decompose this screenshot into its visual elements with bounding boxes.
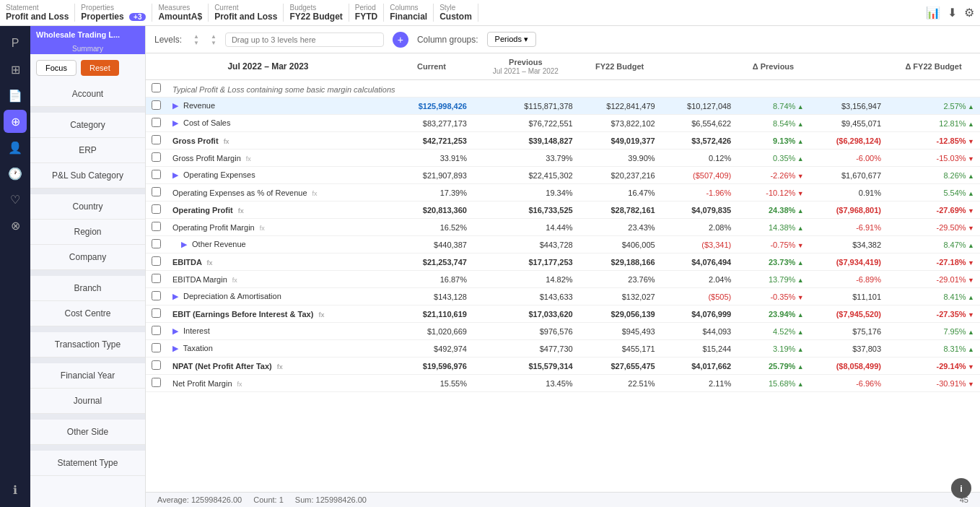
row-delta-prev-val: $4,076,999 bbox=[661, 306, 738, 323]
measures-dropdown[interactable]: Measures AmountA$ bbox=[158, 4, 202, 22]
row-fy22: $945,493 bbox=[579, 323, 661, 340]
row-checkbox[interactable] bbox=[152, 187, 161, 196]
row-label: ▶ Other Revenue bbox=[167, 236, 390, 254]
row-delta-prev-pct: -0.35% bbox=[737, 288, 810, 306]
row-delta-fy22-pct: 7.95% bbox=[887, 323, 980, 340]
expand-icon[interactable]: ▶ bbox=[172, 344, 178, 352]
row-label: NPAT (Net Profit After Tax) fx bbox=[167, 358, 390, 375]
reset-button[interactable]: Reset bbox=[81, 60, 119, 76]
info-button[interactable]: i bbox=[951, 478, 971, 498]
style-dropdown[interactable]: Style Custom bbox=[439, 4, 472, 22]
row-checkbox[interactable] bbox=[152, 291, 161, 300]
sidebar-item-cost-centre[interactable]: Cost Centre bbox=[30, 301, 145, 326]
period-section[interactable]: Period FYTD bbox=[355, 4, 384, 22]
sidebar-item-branch[interactable]: Branch bbox=[30, 276, 145, 301]
row-checkbox[interactable] bbox=[152, 360, 161, 370]
sidebar-item-company[interactable]: Company bbox=[30, 245, 145, 270]
sidebar-item-journal[interactable]: Journal bbox=[30, 389, 145, 414]
expand-icon[interactable]: ▶ bbox=[172, 292, 178, 300]
row-delta-fy22-pct: 5.54% bbox=[887, 184, 980, 202]
sidebar-item-region[interactable]: Region bbox=[30, 220, 145, 245]
row-checkbox[interactable] bbox=[152, 308, 161, 318]
budgets-section[interactable]: Budgets FY22 Budget bbox=[289, 4, 349, 22]
expand-icon[interactable]: ▶ bbox=[172, 118, 178, 127]
row-checkbox[interactable] bbox=[152, 118, 161, 127]
sort-asc-icon[interactable]: ▲▼ bbox=[193, 33, 199, 46]
sidebar-item-statement-type[interactable]: Statement Type bbox=[30, 451, 145, 476]
divider-4 bbox=[30, 326, 145, 332]
row-current: 16.52% bbox=[390, 219, 473, 236]
columns-dropdown[interactable]: Columns Financial bbox=[390, 4, 427, 22]
sort-desc-icon[interactable]: ▲▼ bbox=[211, 33, 216, 46]
expand-icon[interactable]: ▶ bbox=[172, 101, 178, 110]
row-checkbox[interactable] bbox=[152, 274, 161, 283]
sidebar-item-pnl-sub[interactable]: P&L Sub Category bbox=[30, 163, 145, 188]
table-container: Jul 2022 – Mar 2023 Current PreviousJul … bbox=[146, 53, 980, 492]
row-checkbox[interactable] bbox=[152, 378, 161, 387]
row-delta-prev-pct: 9.13% bbox=[737, 132, 810, 150]
row-checkbox[interactable] bbox=[152, 204, 161, 214]
period-label: Period bbox=[355, 4, 377, 12]
nav-dashboard[interactable]: ⊞ bbox=[4, 58, 27, 81]
levels-input[interactable] bbox=[225, 32, 384, 47]
sidebar-item-category[interactable]: Category bbox=[30, 113, 145, 138]
statement-dropdown[interactable]: Statement Profit and Loss bbox=[6, 4, 69, 22]
expand-icon[interactable]: ▶ bbox=[181, 240, 187, 248]
row-fy22: 39.90% bbox=[579, 150, 661, 167]
sidebar-item-transaction-type[interactable]: Transaction Type bbox=[30, 332, 145, 358]
current-section[interactable]: Current Profit and Loss bbox=[214, 4, 284, 22]
nav-persons[interactable]: 👤 bbox=[4, 136, 27, 159]
period-dropdown[interactable]: Period FYTD bbox=[355, 4, 377, 22]
row-checkbox[interactable] bbox=[152, 343, 161, 352]
expand-icon[interactable]: ▶ bbox=[172, 170, 178, 179]
measures-section[interactable]: Measures AmountA$ bbox=[158, 4, 209, 22]
sidebar-item-country[interactable]: Country bbox=[30, 194, 145, 220]
current-dropdown[interactable]: Current Profit and Loss bbox=[214, 4, 277, 22]
row-checkbox[interactable] bbox=[152, 170, 161, 179]
row-label: EBIT (Earnings Before Interest & Tax) fx bbox=[167, 306, 390, 323]
row-checkbox[interactable] bbox=[152, 135, 161, 144]
nav-integrations[interactable]: ⊗ bbox=[4, 214, 27, 237]
statement-section[interactable]: Statement Profit and Loss bbox=[6, 4, 75, 22]
nav-analytics[interactable]: ⊕ bbox=[4, 110, 27, 133]
col-groups-label: Column groups: bbox=[417, 35, 478, 45]
row-fy22: $27,655,475 bbox=[579, 358, 661, 375]
row-checkbox[interactable] bbox=[152, 152, 161, 162]
download-icon[interactable]: ⬇ bbox=[948, 6, 957, 20]
nav-home[interactable]: P bbox=[4, 32, 27, 55]
nav-history[interactable]: 🕐 bbox=[4, 162, 27, 185]
statement-value: Profit and Loss bbox=[6, 12, 69, 22]
chart-icon[interactable]: 📊 bbox=[926, 6, 940, 20]
section-checkbox[interactable] bbox=[152, 83, 161, 92]
nav-info[interactable]: ℹ bbox=[4, 478, 27, 501]
row-delta-prev-val: 2.08% bbox=[661, 219, 738, 236]
budgets-dropdown[interactable]: Budgets FY22 Budget bbox=[289, 4, 342, 22]
row-checkbox[interactable] bbox=[152, 100, 161, 110]
sidebar-item-erp[interactable]: ERP bbox=[30, 138, 145, 163]
workspace-name[interactable]: Wholesale Trading L... bbox=[30, 26, 145, 43]
row-checkbox[interactable] bbox=[152, 239, 161, 248]
row-checkbox[interactable] bbox=[152, 326, 161, 335]
row-checkbox[interactable] bbox=[152, 222, 161, 231]
sidebar-item-account[interactable]: Account bbox=[30, 82, 145, 107]
table-row: ▶ Depreciation & Amortisation $143,128 $… bbox=[146, 288, 980, 306]
sidebar-item-financial-year[interactable]: Financial Year bbox=[30, 363, 145, 389]
table-row: Net Profit Margin fx 15.55% 13.45% 22.51… bbox=[146, 375, 980, 392]
nav-favorites[interactable]: ♡ bbox=[4, 188, 27, 211]
expand-icon[interactable]: ▶ bbox=[172, 326, 178, 335]
add-level-button[interactable]: + bbox=[393, 32, 408, 48]
focus-button[interactable]: Focus bbox=[36, 60, 76, 76]
row-delta-prev-pct: -0.75% bbox=[737, 236, 810, 254]
columns-section[interactable]: Columns Financial bbox=[390, 4, 434, 22]
settings-icon[interactable]: ⚙ bbox=[964, 6, 974, 20]
current-value: Profit and Loss bbox=[214, 12, 277, 22]
nav-reports[interactable]: 📄 bbox=[4, 84, 27, 107]
table-row: Gross Profit Margin fx 33.91% 33.79% 39.… bbox=[146, 150, 980, 167]
properties-section[interactable]: Properties Properties +3 bbox=[81, 4, 152, 22]
properties-dropdown[interactable]: Properties Properties +3 bbox=[81, 4, 146, 22]
style-section[interactable]: Style Custom bbox=[439, 4, 478, 22]
sidebar-item-other-side[interactable]: Other Side bbox=[30, 420, 145, 445]
periods-dropdown[interactable]: Periods ▾ bbox=[487, 32, 536, 47]
row-checkbox[interactable] bbox=[152, 256, 161, 266]
row-delta-prev-pct: 25.79% bbox=[737, 358, 810, 375]
